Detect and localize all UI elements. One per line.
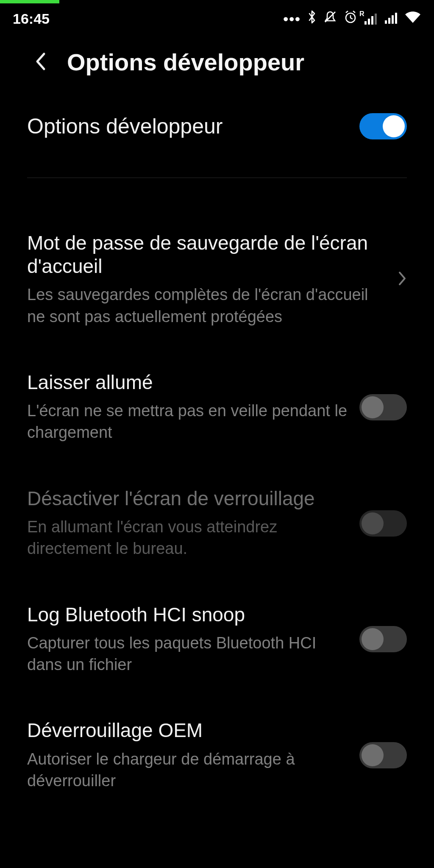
toggle-disable-lockscreen xyxy=(359,510,407,537)
status-time: 16:45 xyxy=(13,11,50,27)
toggle-bt-hci-snoop[interactable] xyxy=(359,626,407,652)
svg-rect-2 xyxy=(364,21,367,25)
row-label: Log Bluetooth HCI snoop xyxy=(27,603,348,626)
row-sub: Capturer tous les paquets Bluetooth HCI … xyxy=(27,632,348,676)
signal-roaming-icon: R xyxy=(364,13,378,25)
wifi-icon xyxy=(404,11,421,27)
dnd-icon xyxy=(323,10,337,28)
row-stay-awake[interactable]: Laisser allumé L'écran ne se mettra pas … xyxy=(27,354,407,461)
bluetooth-icon xyxy=(307,10,317,28)
row-disable-lockscreen: Désactiver l'écran de verrouillage En al… xyxy=(27,470,407,577)
alarm-icon xyxy=(343,10,358,28)
row-label: Désactiver l'écran de verrouillage xyxy=(27,487,348,510)
more-icon: ••• xyxy=(283,11,301,27)
chevron-right-icon xyxy=(398,271,407,288)
row-sub: Les sauvegardes complètes de l'écran d'a… xyxy=(27,284,386,328)
svg-rect-9 xyxy=(395,13,397,24)
svg-rect-5 xyxy=(375,14,377,25)
row-backup-password[interactable]: Mot de passe de sauvegarde de l'écran d'… xyxy=(27,214,407,345)
page-title: Options développeur xyxy=(67,48,304,76)
signal-icon xyxy=(384,11,398,27)
row-sub: Autoriser le chargeur de démarrage à dév… xyxy=(27,748,348,792)
row-bt-hci-snoop[interactable]: Log Bluetooth HCI snoop Capturer tous le… xyxy=(27,586,407,693)
svg-rect-6 xyxy=(385,20,387,24)
svg-rect-7 xyxy=(388,18,390,24)
row-label: Options développeur xyxy=(27,114,348,139)
toggle-stay-awake[interactable] xyxy=(359,394,407,420)
row-oem-unlock[interactable]: Déverrouillage OEM Autoriser le chargeur… xyxy=(27,702,407,809)
status-icons: ••• R xyxy=(283,10,421,28)
status-bar: 16:45 ••• R xyxy=(0,0,434,30)
row-sub: En allumant l'écran vous atteindrez dire… xyxy=(27,516,348,560)
toggle-developer-options[interactable] xyxy=(359,113,407,139)
divider xyxy=(27,178,407,178)
svg-rect-4 xyxy=(371,16,373,25)
row-developer-options[interactable]: Options développeur xyxy=(27,101,407,165)
row-label: Déverrouillage OEM xyxy=(27,719,348,742)
row-sub: L'écran ne se mettra pas en veille penda… xyxy=(27,400,348,444)
svg-rect-3 xyxy=(368,19,370,25)
app-header: Options développeur xyxy=(0,30,434,101)
row-label: Laisser allumé xyxy=(27,371,348,394)
row-label: Mot de passe de sauvegarde de l'écran d'… xyxy=(27,231,386,278)
svg-rect-8 xyxy=(392,15,394,24)
back-button[interactable] xyxy=(34,51,47,73)
toggle-oem-unlock[interactable] xyxy=(359,742,407,768)
